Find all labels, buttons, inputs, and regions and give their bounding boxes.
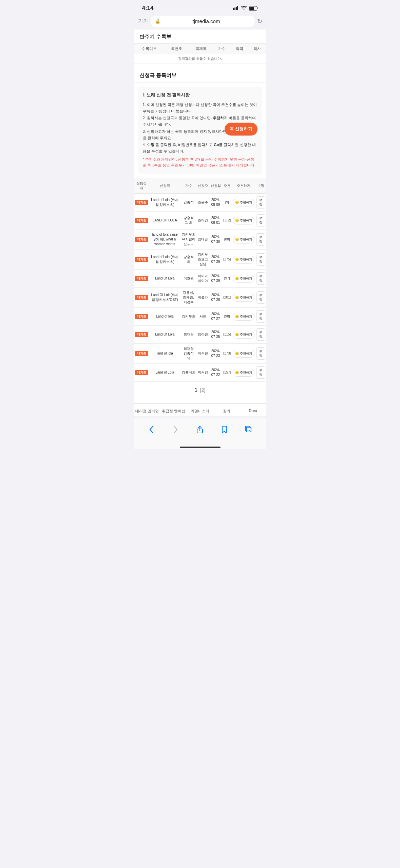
count-cell: [97] (222, 270, 232, 288)
title-cell: Land of Lola (뮤지컬 킹키부츠) (149, 194, 180, 212)
current-page[interactable]: 1 (195, 387, 197, 393)
edit-button[interactable]: 수정 (256, 233, 265, 246)
recommend-cell[interactable]: 😊 추천하기 (232, 230, 255, 250)
forward-button[interactable] (168, 422, 183, 437)
title-cell: land of lola, raise you up, what a woman… (149, 230, 180, 250)
url-bar[interactable]: 🔒 tjmedia.com (151, 16, 254, 27)
edit-cell[interactable]: 수정 (255, 230, 266, 250)
requester-cell: 조아영 (197, 212, 209, 230)
edit-button[interactable]: 수정 (256, 214, 265, 227)
apply-song-button[interactable]: 곡 신청하기 (225, 123, 258, 135)
recommend-cell[interactable]: 😊 추천하기 (232, 344, 255, 364)
status-bar: 4:14 (134, 0, 266, 14)
date-cell: 2024-07-27 (209, 308, 222, 326)
recommend-cell[interactable]: 😊 추천하기 (232, 364, 255, 382)
col-header-4: 가수 (213, 43, 231, 54)
singer-cell: 최재림 강홍석 외 (180, 344, 197, 364)
recommend-cell[interactable]: 😊 추천하기 (232, 212, 255, 230)
back-button[interactable] (144, 422, 159, 437)
edit-cell[interactable]: 수정 (255, 344, 266, 364)
recommend-button[interactable]: 😊 추천하기 (233, 217, 254, 224)
requester-cell: 서진 (197, 308, 209, 326)
tab-realmaster[interactable]: 리얼마스터 (187, 407, 213, 415)
status-badge: 대기중 (135, 370, 148, 375)
edit-button[interactable]: 수정 (256, 347, 265, 360)
table-row: 대기중 Land of Lola (뮤지컬 킹키부츠) 강홍석 조은주 2024… (134, 194, 266, 212)
recommend-cell[interactable]: 😊 추천하기 (232, 270, 255, 288)
date-cell: 2024-07-30 (209, 230, 222, 250)
singer-cell: 강홍석 (180, 194, 197, 212)
status-cell: 대기중 (134, 364, 149, 382)
edit-button[interactable]: 수정 (256, 272, 265, 285)
new-song-title: 신청곡 등록여부 (134, 68, 266, 83)
tabs-button[interactable] (241, 422, 256, 437)
recommend-cell[interactable]: 😊 추천하기 (232, 326, 255, 344)
next-page[interactable]: [2] (200, 387, 206, 393)
recommend-cell[interactable]: 😊 추천하기 (232, 194, 255, 212)
status-icons (233, 6, 258, 11)
edit-button[interactable]: 수정 (256, 310, 265, 323)
date-cell: 2024-07-29 (209, 250, 222, 270)
col-header-3: 곡제목 (189, 43, 213, 54)
edit-button[interactable]: 수정 (256, 291, 265, 304)
signal-icon (233, 6, 239, 10)
recommend-button[interactable]: 😊 추천하기 (233, 331, 254, 339)
singer-cell: 강홍석 외 (180, 250, 197, 270)
edit-cell[interactable]: 수정 (255, 326, 266, 344)
requester-cell: 조은주 (197, 194, 209, 212)
song-col-requester: 신청자 (197, 178, 209, 194)
recommend-button[interactable]: 😊 추천하기 (233, 369, 254, 377)
edit-cell[interactable]: 수정 (255, 364, 266, 382)
recommend-button[interactable]: 😊 추천하기 (233, 236, 254, 243)
ios-toolbar (134, 418, 266, 444)
recommend-cell[interactable]: 😊 추천하기 (232, 308, 255, 326)
status-badge: 대기중 (135, 314, 148, 319)
status-cell: 대기중 (134, 230, 149, 250)
edit-cell[interactable]: 수정 (255, 288, 266, 308)
title-cell: Land Of Lola (149, 326, 180, 344)
bookmarks-button[interactable] (217, 422, 232, 437)
edit-button[interactable]: 수정 (256, 328, 265, 341)
notice-title: ℹ 노래 신청 전 필독사항 (143, 91, 258, 99)
edit-cell[interactable]: 수정 (255, 250, 266, 270)
singer-cell: 강홍석외 (180, 364, 197, 382)
recommend-button[interactable]: 😊 추천하기 (233, 256, 254, 264)
status-badge: 대기중 (135, 276, 148, 281)
requester-cell: 쎄이마네이야 (197, 270, 209, 288)
requester-cell: 킹키부츠보고싶당 (197, 250, 209, 270)
edit-button[interactable]: 수정 (256, 196, 265, 209)
recommend-button[interactable]: 😊 추천하기 (233, 350, 254, 358)
edit-button[interactable]: 수정 (256, 253, 265, 266)
edit-cell[interactable]: 수정 (255, 308, 266, 326)
singer-cell: 최재림 (180, 326, 197, 344)
tab-daeri[interactable]: 대리점 멤버쉽 (134, 407, 160, 415)
status-cell: 대기중 (134, 250, 149, 270)
recommend-cell[interactable]: 😊 추천하기 (232, 288, 255, 308)
title-cell: Land of Lola (뮤지컬 킹키부츠) (149, 250, 180, 270)
edit-cell[interactable]: 수정 (255, 212, 266, 230)
recommend-cell[interactable]: 😊 추천하기 (232, 250, 255, 270)
requester-cell: 임대균 (197, 230, 209, 250)
recommend-button[interactable]: 😊 추천하기 (233, 313, 254, 321)
song-col-recommend: 추천하기 (232, 178, 255, 194)
edit-button[interactable]: 수정 (256, 366, 265, 379)
count-cell: [157] (222, 364, 232, 382)
table-row: 대기중 Land of Lola 강홍석외 박서영 2024-07-22 [15… (134, 364, 266, 382)
date-cell: 2024-07-25 (209, 326, 222, 344)
requester-cell: 임아란 (197, 326, 209, 344)
date-cell: 2024-07-23 (209, 344, 222, 364)
song-col-status: 진행상태 (134, 178, 149, 194)
share-button[interactable] (192, 422, 207, 437)
edit-cell[interactable]: 수정 (255, 194, 266, 212)
status-badge: 대기중 (135, 218, 148, 223)
edit-cell[interactable]: 수정 (255, 270, 266, 288)
recommend-button[interactable]: 😊 추천하기 (233, 294, 254, 302)
tab-jilleo[interactable]: 질러 (213, 407, 240, 415)
table-row: 대기중 Land of Lola (뮤지컬 킹키부츠) 강홍석 외 킹키부츠보고… (134, 250, 266, 270)
tab-drea[interactable]: Drea (240, 407, 266, 415)
refresh-button[interactable]: ↻ (257, 18, 262, 25)
recommend-button[interactable]: 😊 추천하기 (233, 275, 254, 283)
status-cell: 대기중 (134, 194, 149, 212)
recommend-button[interactable]: 😊 추천하기 (233, 199, 254, 206)
tab-chwigeup[interactable]: 취급점 멤버쉽 (160, 407, 187, 415)
